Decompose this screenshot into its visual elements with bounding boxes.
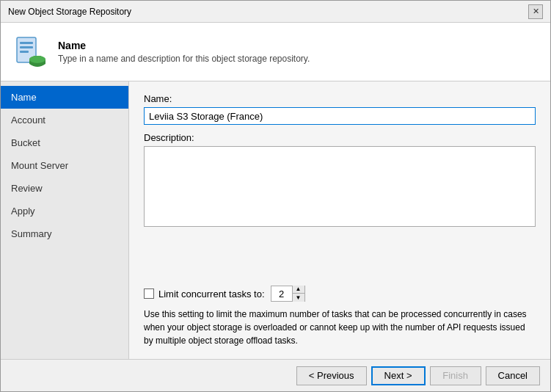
description-field-group: Description: [144,132,536,229]
main-panel: Name: Description: Limit concurrent task… [129,81,550,359]
sidebar-item-name[interactable]: Name [1,86,128,109]
task-count-input[interactable] [271,286,292,301]
dialog: New Object Storage Repository ✕ Name [0,0,551,392]
svg-rect-3 [20,51,29,53]
title-bar: New Object Storage Repository ✕ [1,1,550,23]
svg-rect-1 [20,42,33,44]
spinner-up-button[interactable]: ▲ [293,286,304,294]
limit-tasks-row: Limit concurrent tasks to: ▲ ▼ [144,286,536,302]
sidebar-item-bucket[interactable]: Bucket [1,131,128,154]
sidebar-item-mount-server[interactable]: Mount Server [1,154,128,177]
sidebar: Name Account Bucket Mount Server Review … [1,81,129,359]
name-label: Name: [144,93,536,104]
svg-point-7 [29,56,45,63]
sidebar-item-apply[interactable]: Apply [1,200,128,222]
header-icon [12,35,48,70]
header-title: Name [58,40,310,51]
previous-button[interactable]: < Previous [296,366,367,385]
spinner-buttons: ▲ ▼ [292,286,304,302]
sidebar-item-summary[interactable]: Summary [1,222,128,245]
limit-checkbox-container: Limit concurrent tasks to: [144,288,265,300]
spinner-down-button[interactable]: ▼ [293,294,304,302]
info-text: Use this setting to limit the maximum nu… [144,308,536,347]
task-spinner: ▲ ▼ [271,286,305,302]
next-button[interactable]: Next > [371,366,426,385]
name-input[interactable] [144,107,536,125]
footer: < Previous Next > Finish Cancel [1,359,550,391]
cancel-button[interactable]: Cancel [486,366,540,385]
dialog-title: New Object Storage Repository [8,7,131,17]
header: Name Type in a name and description for … [1,23,550,81]
limit-checkbox[interactable] [144,288,154,299]
finish-button[interactable]: Finish [430,366,481,385]
name-field-group: Name: [144,93,536,125]
sidebar-item-review[interactable]: Review [1,177,128,200]
close-button[interactable]: ✕ [528,4,543,19]
description-input[interactable] [144,146,536,227]
limit-label: Limit concurrent tasks to: [158,288,265,300]
header-description: Type in a name and description for this … [58,54,310,64]
sidebar-item-account[interactable]: Account [1,109,128,131]
header-text: Name Type in a name and description for … [58,40,310,64]
description-label: Description: [144,132,536,143]
content: Name Account Bucket Mount Server Review … [1,81,550,359]
svg-rect-2 [20,46,33,48]
